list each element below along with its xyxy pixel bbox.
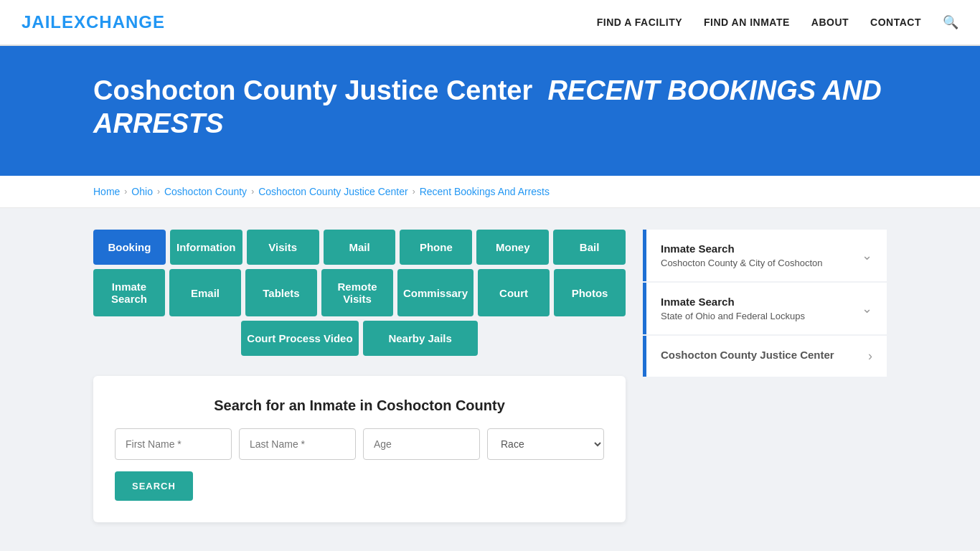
btn-inmate-search[interactable]: Inmate Search — [93, 269, 165, 316]
nav-item-about[interactable]: ABOUT — [811, 16, 849, 29]
search-button[interactable]: SEARCH — [115, 471, 193, 501]
nav-item-find-facility[interactable]: FIND A FACILITY — [597, 16, 682, 29]
nav-search-icon[interactable]: 🔍 — [943, 14, 958, 30]
sidebar-item-0[interactable]: Inmate Search Coshocton County & City of… — [643, 230, 887, 281]
search-title: Search for an Inmate in Coshocton County — [115, 397, 604, 414]
page-title: Coshocton County Justice Center RECENT B… — [93, 75, 958, 140]
nav-item-find-inmate[interactable]: FIND AN INMATE — [704, 16, 790, 29]
hero-section: Coshocton County Justice Center RECENT B… — [0, 46, 980, 176]
right-sidebar: Inmate Search Coshocton County & City of… — [643, 230, 887, 378]
main-container: Booking Information Visits Mail Phone Mo… — [0, 208, 980, 544]
sidebar-item-1-title: Inmate Search — [661, 296, 805, 308]
btn-tablets[interactable]: Tablets — [245, 269, 317, 316]
button-row-2: Inmate Search Email Tablets Remote Visit… — [93, 269, 626, 316]
last-name-input[interactable] — [239, 428, 356, 460]
button-row-3: Court Process Video Nearby Jails — [93, 321, 626, 356]
first-name-input[interactable] — [115, 428, 232, 460]
btn-photos[interactable]: Photos — [554, 269, 626, 316]
btn-court-process-video[interactable]: Court Process Video — [241, 321, 358, 356]
logo-jail: JAIL — [22, 12, 62, 32]
nav-item-contact[interactable]: CONTACT — [870, 16, 921, 29]
sidebar-item-2-title: Coshocton County Justice Center — [661, 349, 834, 361]
logo-exchange: EXCHANGE — [62, 12, 165, 32]
btn-nearby-jails[interactable]: Nearby Jails — [363, 321, 478, 356]
inmate-search-box: Search for an Inmate in Coshocton County… — [93, 376, 626, 522]
sidebar-item-1[interactable]: Inmate Search State of Ohio and Federal … — [643, 283, 887, 334]
btn-phone[interactable]: Phone — [400, 230, 472, 265]
btn-visits[interactable]: Visits — [247, 230, 319, 265]
sidebar-item-0-subtitle: Coshocton County & City of Coshocton — [661, 258, 822, 268]
logo[interactable]: JAILEXCHANGE — [22, 12, 165, 32]
breadcrumb-home[interactable]: Home — [93, 186, 120, 197]
chevron-right-icon-2: › — [868, 349, 872, 364]
breadcrumb-ohio[interactable]: Ohio — [131, 186, 153, 197]
btn-bail[interactable]: Bail — [553, 230, 626, 265]
sidebar-item-0-title: Inmate Search — [661, 242, 822, 255]
race-select[interactable]: Race White Black Hispanic Asian Other — [487, 428, 604, 460]
age-input[interactable] — [363, 428, 480, 460]
btn-mail[interactable]: Mail — [324, 230, 396, 265]
left-column: Booking Information Visits Mail Phone Mo… — [93, 230, 626, 522]
breadcrumb: Home › Ohio › Coshocton County › Coshoct… — [0, 176, 980, 208]
breadcrumb-county[interactable]: Coshocton County — [164, 186, 247, 197]
btn-remote-visits[interactable]: Remote Visits — [321, 269, 393, 316]
breadcrumb-current: Recent Bookings And Arrests — [420, 186, 550, 197]
btn-information[interactable]: Information — [170, 230, 242, 265]
btn-commissary[interactable]: Commissary — [397, 269, 473, 316]
nav-links: FIND A FACILITY FIND AN INMATE ABOUT CON… — [597, 14, 958, 30]
chevron-down-icon-0: ⌄ — [862, 248, 872, 263]
btn-email[interactable]: Email — [169, 269, 241, 316]
sidebar-item-1-subtitle: State of Ohio and Federal Lockups — [661, 311, 805, 321]
btn-court[interactable]: Court — [478, 269, 550, 316]
breadcrumb-facility[interactable]: Coshocton County Justice Center — [258, 186, 408, 197]
btn-booking[interactable]: Booking — [93, 230, 166, 265]
sidebar-item-2[interactable]: Coshocton County Justice Center › — [643, 336, 887, 377]
search-fields: Race White Black Hispanic Asian Other — [115, 428, 604, 460]
btn-money[interactable]: Money — [476, 230, 549, 265]
chevron-down-icon-1: ⌄ — [862, 301, 872, 316]
button-row-1: Booking Information Visits Mail Phone Mo… — [93, 230, 626, 265]
buttons-section: Booking Information Visits Mail Phone Mo… — [93, 230, 626, 356]
navbar: JAILEXCHANGE FIND A FACILITY FIND AN INM… — [0, 0, 980, 46]
